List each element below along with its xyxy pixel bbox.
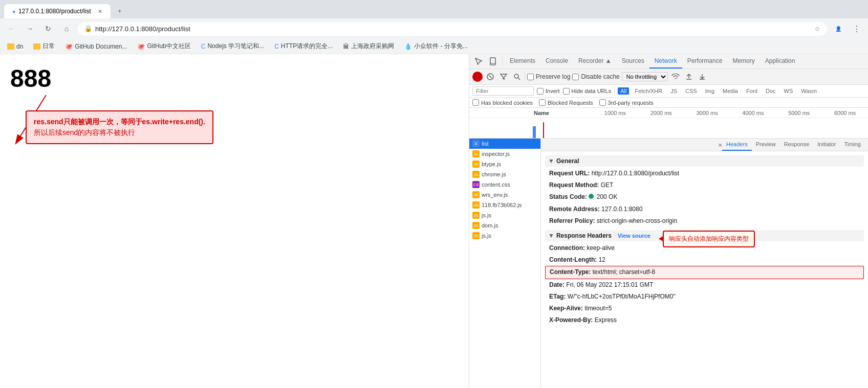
file-item-js-js[interactable]: JS js.js [469, 210, 540, 220]
filter-img[interactable]: Img [703, 87, 717, 95]
inspect-element-icon[interactable] [471, 54, 486, 69]
tab-network[interactable]: Network [649, 54, 682, 69]
separator [614, 87, 615, 95]
filter-fetch-xhr[interactable]: Fetch/XHR [632, 87, 665, 95]
view-source-link[interactable]: View source [618, 233, 650, 239]
bookmark-dn[interactable]: dn [4, 42, 26, 51]
remote-address-row: Remote Address: 127.0.0.1:8080 [545, 203, 864, 215]
file-name: dom.js [482, 222, 498, 229]
tab-elements[interactable]: Elements [505, 54, 540, 69]
tab-console[interactable]: Console [540, 54, 573, 69]
stop-icon[interactable] [485, 71, 496, 82]
third-party-input[interactable] [599, 99, 606, 106]
filter-input[interactable] [472, 86, 534, 96]
tab-headers[interactable]: Headers [722, 139, 752, 151]
record-button[interactable] [472, 72, 483, 82]
tab-memory[interactable]: Memory [727, 54, 760, 69]
tab-initiator[interactable]: Initiator [813, 139, 840, 151]
file-item-chrome[interactable]: JS chrome.js [469, 169, 540, 179]
file-item-btype[interactable]: JS btype.js [469, 159, 540, 169]
request-url-key: Request URL: [549, 170, 590, 177]
tab-performance[interactable]: Performance [682, 54, 728, 69]
profile-icon[interactable]: 👤 [831, 21, 845, 36]
bookmark-shanghai[interactable]: 🏛 上海政府采购网 [340, 41, 397, 52]
active-tab[interactable]: ● 127.0.0.1:8080/product/list × [4, 4, 111, 18]
tab-preview[interactable]: Preview [752, 139, 780, 151]
device-mode-icon[interactable] [486, 54, 500, 69]
filter-icon[interactable] [498, 71, 509, 82]
blocked-requests-checkbox[interactable]: Blocked Requests [539, 99, 593, 106]
filter-doc[interactable]: Doc [763, 87, 778, 95]
invert-checkbox[interactable]: Invert [537, 88, 560, 95]
tab-close-icon[interactable]: × [98, 7, 102, 15]
forward-button[interactable]: → [23, 21, 37, 36]
disable-cache-checkbox[interactable]: Disable cache [572, 73, 619, 80]
site-icon: C [201, 43, 206, 50]
file-item-dom-js[interactable]: JS dom.js [469, 220, 540, 231]
file-item-list[interactable]: ≡ list [469, 139, 540, 149]
tab-sources[interactable]: Sources [617, 54, 649, 69]
throttle-select[interactable]: No throttling Fast 3G Slow 3G [622, 72, 668, 81]
wifi-icon[interactable] [670, 71, 681, 82]
reload-button[interactable]: ↻ [41, 21, 55, 36]
file-list: ≡ list JS inspector.js JS btype.js JS ch… [469, 139, 541, 388]
filter-ws[interactable]: WS [782, 87, 796, 95]
disable-cache-input[interactable] [572, 74, 579, 80]
file-item-wrs-env[interactable]: JS wrs_env.js [469, 190, 540, 200]
search-icon[interactable] [511, 71, 523, 82]
filter-font[interactable]: Font [744, 87, 760, 95]
preserve-log-input[interactable] [527, 74, 534, 80]
bookmark-github-doc[interactable]: 🐙 GitHub Documen... [62, 42, 130, 51]
general-section-header[interactable]: ▼ General [545, 155, 864, 167]
tab-response[interactable]: Response [780, 139, 814, 151]
address-bar[interactable]: 🔒 http://127.0.0.1:8080/product/list ☆ [78, 22, 827, 36]
invert-input[interactable] [537, 88, 544, 95]
file-name: js.js [482, 212, 491, 218]
file-item-118[interactable]: JS 118.fb73b062.js [469, 200, 540, 210]
separator [525, 72, 525, 81]
response-headers-title: Response Headers [556, 232, 612, 239]
tab-application[interactable]: Application [760, 54, 800, 69]
lock-icon: 🔒 [84, 25, 92, 32]
blocked-requests-input[interactable] [539, 99, 546, 106]
filter-wasm[interactable]: Wasm [798, 87, 819, 95]
file-item-js-js2[interactable]: JS js.js [469, 231, 540, 241]
close-details-button[interactable]: × [718, 141, 722, 149]
hide-urls-checkbox[interactable]: Hide data URLs [563, 88, 612, 95]
keep-alive-row: Keep-Alive: timeout=5 [545, 303, 864, 314]
back-button[interactable]: ← [4, 21, 18, 36]
site-icon: C [274, 43, 279, 50]
more-icon[interactable]: ⋮ [850, 21, 864, 36]
file-item-inspector[interactable]: JS inspector.js [469, 149, 540, 159]
bookmark-xiaogong[interactable]: 💧 小众软件 - 分享免... [401, 41, 471, 52]
bookmark-http[interactable]: C HTTP请求的完全... [271, 41, 336, 52]
upload-icon[interactable] [683, 71, 695, 82]
new-tab-btn[interactable]: + [113, 4, 127, 18]
blocked-cookies-checkbox[interactable]: Has blocked cookies [472, 99, 533, 106]
github-icon: 🐙 [65, 43, 73, 50]
timeline-3000: 3000 ms [684, 110, 730, 116]
blocked-cookies-input[interactable] [472, 99, 479, 106]
filter-js[interactable]: JS [668, 87, 680, 95]
download-icon[interactable] [697, 71, 708, 82]
js-file-icon: JS [472, 161, 480, 168]
filter-media[interactable]: Media [720, 87, 741, 95]
file-name: wrs_env.js [482, 192, 508, 198]
hide-urls-input[interactable] [563, 88, 570, 95]
response-headers-section-header[interactable]: ▼ Response Headers View source 响应头自动添加响应… [545, 230, 864, 241]
home-button[interactable]: ⌂ [59, 21, 74, 36]
filter-all[interactable]: All [618, 87, 629, 95]
tab-timing[interactable]: Timing [840, 139, 865, 151]
bookmark-github-cn[interactable]: 🐙 GitHub中文社区 [134, 41, 193, 52]
preserve-log-checkbox[interactable]: Preserve log [527, 73, 570, 80]
third-party-checkbox[interactable]: 3rd-party requests [599, 99, 654, 106]
file-item-content-css[interactable]: CS content.css [469, 179, 540, 190]
js-file-icon: JS [472, 212, 480, 219]
bookmark-daily[interactable]: 日常 [30, 41, 58, 52]
doc-file-icon: ≡ [472, 140, 480, 147]
response-headers-section: ▼ Response Headers View source 响应头自动添加响应… [545, 230, 864, 326]
star-icon[interactable]: ☆ [814, 25, 820, 33]
tab-recorder[interactable]: Recorder ▲ [573, 54, 617, 69]
bookmark-nodejs[interactable]: C Nodejs 学习笔记和... [198, 41, 267, 52]
filter-css[interactable]: CSS [683, 87, 700, 95]
